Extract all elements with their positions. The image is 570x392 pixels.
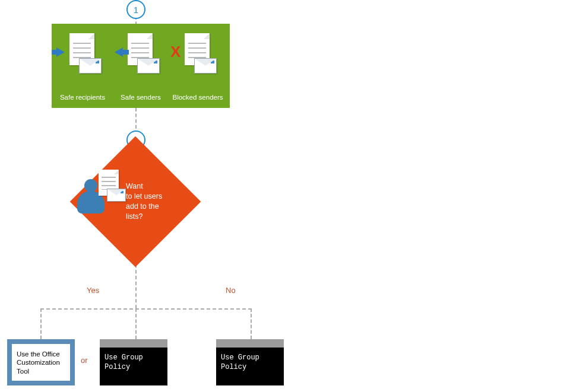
safe-recipients-icon [54,30,110,87]
document-envelope-icon [94,170,128,212]
safe-recipients-label: Safe recipients [54,94,111,101]
step-badge-1: 1 [126,0,145,19]
lists-panel: Safe recipients Safe senders X Blocked s… [52,24,230,108]
oct-node-text: Use the Office Customization Tool [12,344,70,381]
safe-senders-label: Safe senders [112,94,169,101]
or-label: or [81,356,88,365]
safe-senders-icon [112,30,168,87]
connector [251,308,252,339]
group-policy-text: Use Group Policy [216,348,284,385]
connector [40,308,252,310]
connector [40,308,42,339]
decision-text: Want to let users add to the lists? [126,181,177,222]
branch-yes-label: Yes [87,286,99,295]
branch-no-label: No [226,286,236,295]
group-policy-text: Use Group Policy [100,348,167,385]
blocked-senders-icon: X [169,30,225,87]
connector [135,308,137,339]
blocked-senders-label: Blocked senders [169,94,226,101]
x-icon: X [170,43,180,61]
step-number: 1 [134,5,138,15]
group-policy-node-left: Use Group Policy [100,339,167,385]
oct-node: Use the Office Customization Tool [7,339,75,385]
group-policy-node-right: Use Group Policy [216,339,284,385]
flowchart: 1 Safe recipients Safe senders X [0,0,570,392]
